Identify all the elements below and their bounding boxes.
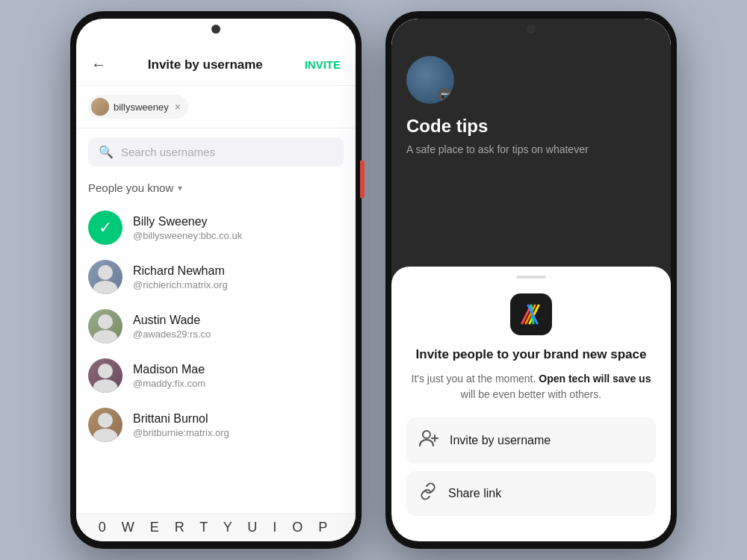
contact-item-austin[interactable]: Austin Wade @awades29:rs.co [76,302,356,351]
contact-name-austin: Austin Wade [133,314,211,327]
tag-area: billysweeney × [76,86,356,128]
contact-handle-madison: @maddy:fix.com [133,378,205,389]
app-icon [510,293,552,335]
sheet-desc-part2: will be even better with others. [461,388,601,400]
space-description: A safe place to ask for tips on whatever [406,143,656,158]
back-button[interactable]: ← [91,56,106,73]
contact-avatar-billy: ✓ [88,211,123,245]
contact-item-madison[interactable]: Madison Mae @maddy:fix.com [76,351,356,400]
svg-point-4 [98,364,113,379]
contact-item-richard[interactable]: Richard Newham @richierich:matrix.org [76,252,356,302]
tag-avatar [91,98,109,116]
svg-point-0 [98,265,113,280]
svg-point-14 [423,431,430,438]
bottom-sheet: Invite people to your brand new space It… [391,267,671,541]
invite-action-button[interactable]: INVITE [305,58,341,71]
svg-point-5 [93,379,117,393]
contact-info-brittani: Brittani Burnol @britburnie:matrix.org [133,412,229,438]
search-icon: 🔍 [99,145,114,159]
contact-name-billy: Billy Sweeney [133,215,242,228]
section-header: People you know ▾ [76,175,356,203]
phone-side-button [360,161,365,198]
sheet-handle [516,276,546,279]
svg-point-7 [93,429,117,442]
space-header: 📷 Code tips A safe place to ask for tips… [391,19,671,172]
share-link-label: Share link [448,487,501,500]
contact-avatar-richard [88,260,123,294]
svg-point-1 [93,281,117,294]
contact-name-richard: Richard Newham [133,264,228,278]
svg-point-2 [98,314,113,329]
avatar-placeholder-austin [88,309,123,343]
avatar-placeholder-madison [88,358,123,393]
person-add-icon [418,428,439,453]
contact-list: ✓ Billy Sweeney @billysweeney:bbc.co.uk [76,203,356,513]
avatar-placeholder-brittani [88,408,123,442]
right-phone-camera [527,25,536,34]
svg-point-6 [98,413,113,428]
search-input[interactable]: Search usernames [121,146,215,158]
header-title: Invite by username [148,57,263,72]
right-screen: 📷 Code tips A safe place to ask for tips… [391,19,671,541]
share-link-action[interactable]: Share link [406,471,656,516]
contact-name-brittani: Brittani Burnol [133,412,229,426]
space-cover-image: 📷 [406,56,454,104]
contact-info-madison: Madison Mae @maddy:fix.com [133,363,205,389]
left-phone-screen: ← Invite by username INVITE billysweeney… [76,19,356,541]
contact-handle-austin: @awades29:rs.co [133,329,211,340]
contact-handle-billy: @billysweeney:bbc.co.uk [133,230,242,241]
invite-screen: ← Invite by username INVITE billysweeney… [76,19,356,541]
keyboard-row-label: 0 W E R T Y U I O P [99,520,334,535]
contact-handle-richard: @richierich:matrix.org [133,279,228,290]
contact-item-brittani[interactable]: Brittani Burnol @britburnie:matrix.org [76,400,356,449]
contact-item-billy[interactable]: ✓ Billy Sweeney @billysweeney:bbc.co.uk [76,203,356,252]
user-tag[interactable]: billysweeney × [88,95,188,119]
tag-avatar-inner [91,98,109,116]
space-name: Code tips [406,116,656,137]
right-phone-screen: 📷 Code tips A safe place to ask for tips… [391,19,671,541]
phone-camera [211,25,220,34]
people-you-know-label: People you know [88,181,173,194]
contact-info-richard: Richard Newham @richierich:matrix.org [133,264,228,290]
tag-remove-button[interactable]: × [175,101,181,113]
sheet-desc-bold: Open tech will save us [539,373,651,385]
right-phone: 📷 Code tips A safe place to ask for tips… [385,11,677,549]
contact-name-madison: Madison Mae [133,363,205,376]
sheet-description: It's just you at the moment. Open tech w… [406,371,656,402]
camera-badge-icon: 📷 [438,87,453,102]
search-bar[interactable]: 🔍 Search usernames [88,137,344,167]
left-phone: ← Invite by username INVITE billysweeney… [70,11,362,549]
keyboard-hint: 0 W E R T Y U I O P [76,513,356,541]
contact-info-austin: Austin Wade @awades29:rs.co [133,314,211,340]
tag-username: billysweeney [114,102,169,113]
invite-by-username-action[interactable]: Invite by username [406,417,656,464]
sheet-desc-part1: It's just you at the moment. [412,373,539,385]
contact-info-billy: Billy Sweeney @billysweeney:bbc.co.uk [133,215,242,241]
avatar-placeholder-richard [88,260,123,294]
contact-avatar-brittani [88,408,123,442]
contact-avatar-madison [88,358,123,393]
contact-avatar-austin [88,309,123,343]
svg-point-3 [93,330,117,343]
link-icon [418,482,438,505]
sheet-title: Invite people to your brand new space [406,347,656,362]
chevron-down-icon[interactable]: ▾ [178,183,182,193]
invite-by-username-label: Invite by username [450,434,551,447]
contact-handle-brittani: @britburnie:matrix.org [133,427,229,438]
